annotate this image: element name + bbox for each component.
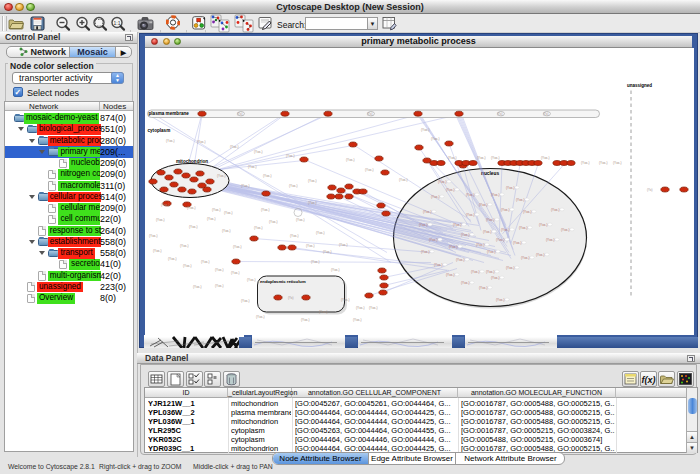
svg-text:(Yxx-): (Yxx-): [261, 208, 270, 212]
svg-text:(Yxx-): (Yxx-): [247, 278, 256, 282]
svg-text:(Yxx-): (Yxx-): [241, 184, 250, 188]
svg-text:(Yxx-): (Yxx-): [161, 203, 170, 207]
svg-text:1:1: 1:1: [114, 20, 121, 26]
svg-text:(Yxx-): (Yxx-): [431, 137, 440, 141]
svg-text:(Yx): (Yx): [288, 296, 294, 300]
svg-text:(Yxx-): (Yxx-): [477, 156, 486, 160]
svg-text:(Yxx-): (Yxx-): [341, 298, 350, 302]
svg-text:(Yxx-): (Yxx-): [286, 154, 295, 158]
svg-text:(Yxx-): (Yxx-): [296, 218, 305, 222]
svg-text:(Yxx-): (Yxx-): [536, 253, 545, 257]
svg-text:(Yxx-): (Yxx-): [193, 285, 202, 289]
svg-text:(Yxx-): (Yxx-): [356, 306, 365, 310]
svg-text:(Yxx-): (Yxx-): [180, 244, 189, 248]
svg-text:(Yxx-): (Yxx-): [197, 140, 206, 144]
svg-text:(Yxx-): (Yxx-): [486, 218, 495, 222]
svg-text:(Yxx-): (Yxx-): [419, 223, 428, 227]
svg-text:(Yxx-): (Yxx-): [269, 220, 278, 224]
svg-text:cytoplasm: cytoplasm: [148, 128, 171, 133]
svg-text:(Yxx-): (Yxx-): [539, 223, 548, 227]
svg-text:(Yxx-): (Yxx-): [513, 241, 522, 245]
svg-text:(Yxx-): (Yxx-): [461, 281, 470, 285]
svg-text:(Yxx-): (Yxx-): [491, 193, 500, 197]
svg-text:(Yxx-): (Yxx-): [308, 201, 317, 205]
svg-text:(Yxx-): (Yxx-): [365, 168, 374, 172]
svg-text:(Yxx-): (Yxx-): [207, 217, 216, 221]
svg-text:(Yxx-): (Yxx-): [448, 156, 457, 160]
svg-text:(Yxx-): (Yxx-): [156, 218, 165, 222]
svg-text:(Yxx-): (Yxx-): [230, 145, 239, 149]
svg-text:f(x): f(x): [642, 375, 656, 385]
svg-text:(Yxx-): (Yxx-): [479, 203, 488, 207]
svg-text:(Yx): (Yx): [647, 188, 653, 192]
svg-text:(Yxx-): (Yxx-): [153, 249, 162, 253]
svg-text:(Yxx-): (Yxx-): [399, 178, 408, 182]
svg-text:(Yxx-): (Yxx-): [466, 213, 475, 217]
svg-text:(Yxx-): (Yxx-): [319, 310, 328, 314]
svg-text:(Yxx-): (Yxx-): [506, 186, 515, 190]
svg-text:(Yxx-): (Yxx-): [224, 211, 233, 215]
svg-text:(Yxx-): (Yxx-): [289, 184, 298, 188]
svg-text:(Yxx-): (Yxx-): [521, 256, 530, 260]
svg-text:(Yxx-): (Yxx-): [231, 271, 240, 275]
svg-text:(Yxx-): (Yxx-): [346, 158, 355, 162]
svg-text:(Yxx-): (Yxx-): [551, 208, 560, 212]
svg-text:(Yxx-): (Yxx-): [369, 306, 378, 310]
svg-text:(Yxx-): (Yxx-): [222, 229, 231, 233]
svg-text:(Yxx-): (Yxx-): [446, 188, 455, 192]
svg-text:plasma membrane: plasma membrane: [149, 111, 190, 116]
svg-text:(Yxx-): (Yxx-): [290, 234, 299, 238]
svg-text:(Yxx-): (Yxx-): [248, 165, 257, 169]
svg-text:(Yxx-): (Yxx-): [461, 233, 470, 237]
svg-text:(Yxx-): (Yxx-): [483, 230, 492, 234]
svg-text:(Yxx-): (Yxx-): [446, 273, 455, 277]
svg-text:(Yxx-): (Yxx-): [263, 174, 272, 178]
svg-text:(Yxx-): (Yxx-): [353, 318, 362, 322]
svg-text:(Yxx-): (Yxx-): [215, 268, 224, 272]
svg-text:(Yxx-): (Yxx-): [541, 156, 550, 160]
svg-text:endoplasmic reticulum: endoplasmic reticulum: [260, 279, 306, 284]
svg-text:(Yxx-): (Yxx-): [491, 276, 500, 280]
svg-text:(Yxx-): (Yxx-): [429, 238, 438, 242]
svg-text:(Yxx-): (Yxx-): [241, 299, 250, 303]
svg-text:(Yxx-): (Yxx-): [581, 161, 590, 165]
svg-text:(Yxx-): (Yxx-): [217, 174, 226, 178]
svg-text:(Yxx-): (Yxx-): [149, 234, 158, 238]
svg-text:(Yxx-): (Yxx-): [168, 257, 177, 261]
svg-text:(Yxx-): (Yxx-): [212, 208, 221, 212]
svg-text:(Yxx-): (Yxx-): [519, 226, 528, 230]
svg-text:(Yxx-): (Yxx-): [308, 179, 317, 183]
svg-text:(Yxx-): (Yxx-): [471, 270, 480, 274]
svg-text:(Yxx-): (Yxx-): [166, 139, 175, 143]
svg-text:(Yxx-): (Yxx-): [421, 128, 430, 132]
svg-text:(Yxx-): (Yxx-): [476, 243, 485, 247]
svg-text:(Yxx-): (Yxx-): [201, 260, 210, 264]
svg-text:(Yxx-): (Yxx-): [546, 238, 555, 242]
svg-text:(Yxx-): (Yxx-): [254, 150, 263, 154]
svg-text:unassigned: unassigned: [627, 83, 652, 88]
svg-text:(Yxx-): (Yxx-): [306, 244, 315, 248]
svg-text:(Yxx-): (Yxx-): [613, 161, 622, 165]
svg-text:(Yxx-): (Yxx-): [486, 270, 495, 274]
svg-text:(Yxx-): (Yxx-): [561, 228, 570, 232]
svg-text:(Yxx-): (Yxx-): [491, 156, 500, 160]
svg-text:(Yxx-): (Yxx-): [456, 258, 465, 262]
svg-text:(Yxx-): (Yxx-): [501, 208, 510, 212]
svg-text:mitochondrion: mitochondrion: [176, 159, 208, 164]
svg-text:(Yxx-): (Yxx-): [316, 231, 325, 235]
svg-text:(Yxx-): (Yxx-): [254, 226, 263, 230]
svg-text:(Yxx-): (Yxx-): [183, 264, 192, 268]
svg-text:(Yxx-): (Yxx-): [479, 286, 488, 290]
svg-text:(Yxx-): (Yxx-): [438, 180, 447, 184]
svg-text:(Yxx-): (Yxx-): [496, 238, 505, 242]
svg-text:(Yxx-): (Yxx-): [453, 223, 462, 227]
svg-text:(Yxx-): (Yxx-): [187, 206, 196, 210]
svg-text:(Yxx-): (Yxx-): [431, 195, 440, 199]
svg-text:(Yxx-): (Yxx-): [311, 260, 320, 264]
svg-text:(Yxx-): (Yxx-): [506, 266, 515, 270]
svg-text:(Yxx-): (Yxx-): [449, 245, 458, 249]
svg-text:(Yx): (Yx): [497, 112, 503, 116]
svg-text:(Yxx-): (Yxx-): [496, 298, 505, 302]
svg-text:(Yxx-): (Yxx-): [434, 263, 443, 267]
svg-text:(Yxx-): (Yxx-): [323, 250, 332, 254]
